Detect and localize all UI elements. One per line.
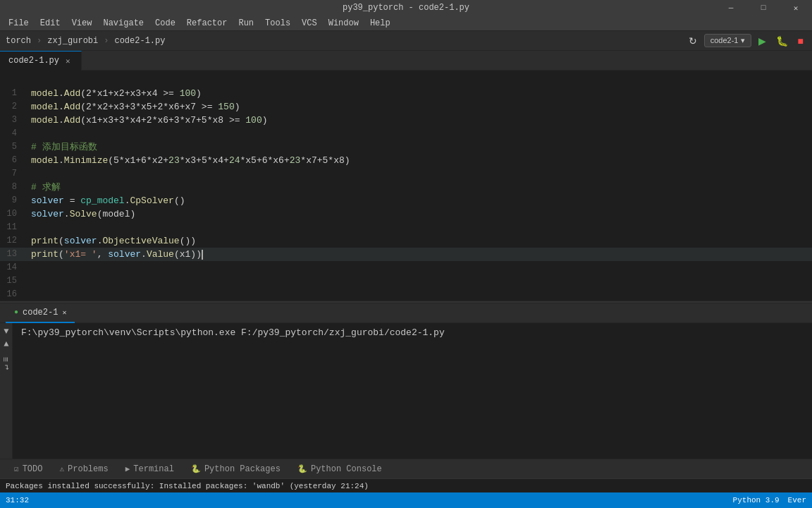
menu-bar: File Edit View Navigate Code Refactor Ru… [0,16,812,31]
terminal-area: ● code2-1 ✕ ▲ ▼ ≡ ↵ F:\py39_pytorch\venv [0,303,812,459]
menu-file[interactable]: File [3,17,35,30]
terminal-icon: ▶ [125,464,130,473]
table-row: 10 solver.Solve(model) [0,207,812,221]
close-button[interactable]: ✕ [780,0,812,16]
toolbar: torch › zxj_gurobi › code2-1.py ↻ code2-… [0,31,812,51]
status-position: 31:32 [6,496,29,504]
tab-todo[interactable]: ☑ TODO [6,459,51,479]
run-btn[interactable]: ▶ [756,34,769,48]
tab-problems-label: Problems [68,464,109,474]
run-config-btn[interactable]: code2-1 ▾ [704,34,751,47]
terminal-scroll-down[interactable]: ▼ [1,339,11,349]
main-layout: 1 model.Add(2*x1+x2+x3+x4 >= 100) 2 mode… [0,71,812,508]
toolbar-right: ↻ code2-1 ▾ ▶ 🐛 ■ [686,34,806,48]
table-row [0,73,812,87]
table-row: 5 # 添加目标函数 [0,140,812,154]
window-controls: — □ ✕ [715,0,812,16]
title-bar: py39_pytorch - code2-1.py — □ ✕ [0,0,812,16]
table-row: 1 model.Add(2*x1+x2+x3+x4 >= 100) [0,87,812,100]
terminal-tab-close[interactable]: ✕ [62,308,66,317]
menu-code[interactable]: Code [149,17,181,30]
breadcrumb-root[interactable]: torch [6,36,31,46]
tab-terminal[interactable]: ▶ Terminal [117,459,183,479]
menu-tools[interactable]: Tools [259,17,296,30]
tab-problems[interactable]: ⚠ Problems [51,459,116,479]
table-row: 7 [0,167,812,181]
menu-refactor[interactable]: Refactor [181,17,233,30]
text-cursor [202,250,203,260]
status-python: Python 3.9 [733,496,780,504]
terminal-scrollbar[interactable] [805,323,812,459]
toolbar-refresh-btn[interactable]: ↻ [686,34,700,48]
table-row: 13 print('x1= ', solver.Value(x1)) [0,248,812,261]
tab-code2-1[interactable]: code2-1.py ✕ [0,51,82,71]
code-lines: 1 model.Add(2*x1+x2+x3+x4 >= 100) 2 mode… [0,73,812,301]
table-row: 6 model.Minimize(5*x1+6*x2+23*x3+5*x4+24… [0,154,812,167]
breadcrumb-file[interactable]: code2-1.py [114,36,165,46]
terminal-tab-label: code2-1 [23,308,58,318]
debug-btn[interactable]: 🐛 [773,34,791,48]
terminal-wrap[interactable]: ↵ [1,365,11,370]
table-row: 14 [0,261,812,274]
menu-edit[interactable]: Edit [35,17,66,30]
terminal-tab-bar: ● code2-1 ✕ [0,303,812,323]
menu-view[interactable]: View [66,17,98,30]
breadcrumb-sep-1: › [37,36,42,46]
python-packages-icon: 🐍 [191,464,201,473]
terminal-left-buttons: ▲ ▼ ≡ ↵ [0,323,13,459]
todo-icon: ☑ [14,464,19,473]
breadcrumb-project[interactable]: zxj_gurobi [47,36,98,46]
tab-terminal-label: Terminal [133,464,174,474]
tab-python-packages-label: Python Packages [204,464,281,474]
tab-python-packages[interactable]: 🐍 Python Packages [183,459,289,479]
bottom-tabs: ☑ TODO ⚠ Problems ▶ Terminal 🐍 Python Pa… [0,459,812,478]
terminal-scroll-up[interactable]: ▲ [1,326,11,336]
tab-close-btn[interactable]: ✕ [63,56,73,66]
status-bar: 31:32 Python 3.9 Ever [0,492,812,508]
table-row: 16 [0,288,812,301]
table-row: 4 [0,127,812,140]
tab-python-console[interactable]: 🐍 Python Console [289,459,390,479]
maximize-button[interactable]: □ [747,0,780,16]
status-event: Ever [788,496,806,504]
terminal-path: F:\py39_pytorch\venv\Scripts\python.exe … [21,327,445,338]
table-row: 8 # 求解 [0,181,812,194]
terminal-run-icon: ● [14,308,18,316]
table-row: 11 [0,221,812,234]
menu-run[interactable]: Run [233,17,259,30]
tab-bar: code2-1.py ✕ [0,51,812,71]
terminal-output[interactable]: F:\py39_pytorch\venv\Scripts\python.exe … [13,323,805,459]
window-title: py39_pytorch - code2-1.py [343,3,469,13]
stop-btn[interactable]: ■ [795,34,806,48]
editor-area: 1 model.Add(2*x1+x2+x3+x4 >= 100) 2 mode… [0,71,812,508]
table-row: 15 [0,274,812,288]
table-row: 2 model.Add(2*x2+x3+3*x5+2*x6+x7 >= 150) [0,100,812,114]
editor-pane[interactable]: 1 model.Add(2*x1+x2+x3+x4 >= 100) 2 mode… [0,71,812,301]
table-row: 3 model.Add(x1+x3+3*x4+2*x6+3*x7+5*x8 >=… [0,114,812,127]
notification-text: Packages installed successfully: Install… [6,482,369,490]
tab-python-console-label: Python Console [311,464,382,474]
python-console-icon: 🐍 [297,464,307,473]
table-row: 9 solver = cp_model.CpSolver() [0,194,812,207]
terminal-clear[interactable]: ≡ [1,357,11,362]
breadcrumb-sep-2: › [104,36,109,46]
minimize-button[interactable]: — [715,0,747,16]
tab-todo-label: TODO [23,464,43,474]
terminal-content-row: ▲ ▼ ≡ ↵ F:\py39_pytorch\venv\Scripts\pyt… [0,323,812,459]
menu-help[interactable]: Help [364,17,396,30]
terminal-tab-code2-1[interactable]: ● code2-1 ✕ [6,303,75,323]
menu-window[interactable]: Window [323,17,364,30]
notification-bar: Packages installed successfully: Install… [0,478,812,492]
menu-navigate[interactable]: Navigate [97,17,149,30]
problems-icon: ⚠ [59,464,64,473]
table-row: 12 print(solver.ObjectiveValue()) [0,234,812,248]
status-right: Python 3.9 Ever [733,496,806,504]
tab-label: code2-1.py [8,56,59,66]
menu-vcs[interactable]: VCS [296,17,323,30]
terminal-command-line: F:\py39_pytorch\venv\Scripts\python.exe … [21,327,796,338]
